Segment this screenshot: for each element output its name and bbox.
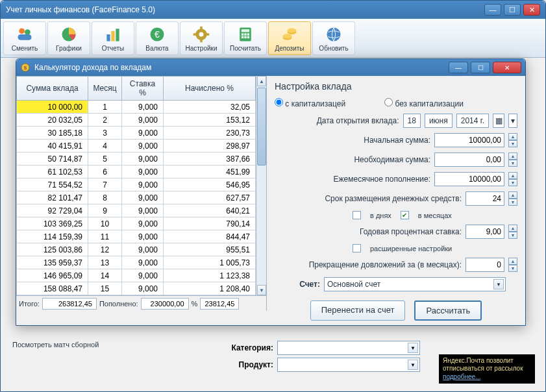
calculate-button[interactable]: Рассчитать bbox=[414, 300, 482, 321]
spin-up-icon[interactable]: ▲ bbox=[508, 225, 517, 232]
table-row[interactable]: 30 185,1839,000230,73 bbox=[17, 127, 256, 140]
stop-replenish-input[interactable] bbox=[465, 258, 504, 272]
cell-month: 5 bbox=[88, 153, 122, 165]
cell-accrued: 153,12 bbox=[164, 114, 256, 127]
col-month[interactable]: Месяц bbox=[88, 77, 122, 101]
stop-replenish-label: Прекращение довложений за (в месяцах): bbox=[275, 260, 462, 269]
schedule-table: Сумма вклада Месяц Ставка % Начислено % … bbox=[16, 76, 256, 295]
main-maximize-button[interactable]: ☐ bbox=[504, 4, 521, 16]
col-rate[interactable]: Ставка % bbox=[122, 77, 164, 101]
cell-month: 4 bbox=[88, 140, 122, 153]
svg-rect-14 bbox=[206, 33, 209, 36]
table-row[interactable]: 40 415,9149,000298,97 bbox=[17, 140, 256, 153]
radio-cap-input[interactable] bbox=[275, 98, 283, 106]
spin-up-icon[interactable]: ▲ bbox=[508, 172, 517, 179]
cell-month: 2 bbox=[88, 114, 122, 127]
bottom-hint[interactable]: Посмотреть матч сборной bbox=[12, 341, 99, 349]
main-titlebar[interactable]: Учет личных финансов (FaceFinance 5.0) —… bbox=[1, 1, 545, 19]
initial-sum-input[interactable] bbox=[434, 133, 504, 147]
spin-up-icon[interactable]: ▲ bbox=[508, 133, 517, 140]
spin-down-icon[interactable]: ▼ bbox=[508, 199, 517, 206]
dialog-maximize-button[interactable]: ☐ bbox=[471, 62, 490, 73]
toolbar-label: Депозиты bbox=[275, 45, 304, 52]
table-row[interactable]: 92 729,0499,000640,21 bbox=[17, 204, 256, 217]
term-input[interactable] bbox=[465, 191, 504, 206]
toolbar-coins-button[interactable]: Депозиты bbox=[268, 21, 311, 55]
dialog-minimize-button[interactable]: — bbox=[449, 62, 468, 73]
date-day[interactable]: 18 bbox=[403, 114, 421, 128]
cell-rate: 9,000 bbox=[122, 217, 164, 230]
toolbar-euro-button[interactable]: €Валюта bbox=[136, 21, 179, 55]
table-row[interactable]: 158 088,47159,0001 208,40 bbox=[17, 282, 256, 295]
account-select[interactable]: Основной счет ▼ bbox=[324, 277, 506, 291]
dialog-titlebar[interactable]: $ Калькулятор дохода по вкладам — ☐ ✕ bbox=[16, 59, 525, 76]
col-accrued[interactable]: Начислено % bbox=[164, 77, 256, 101]
tooltip-link[interactable]: подробнее... bbox=[443, 373, 480, 380]
svg-point-0 bbox=[19, 28, 25, 34]
spin-down-icon[interactable]: ▼ bbox=[508, 179, 517, 186]
table-row[interactable]: 61 102,5369,000451,99 bbox=[17, 165, 256, 178]
months-label: в месяцах bbox=[418, 212, 452, 219]
radio-no-capitalization[interactable]: без капитализации bbox=[384, 98, 464, 108]
table-scrollbar[interactable]: ▲ ▼ bbox=[256, 76, 266, 295]
cell-sum: 114 159,39 bbox=[17, 230, 88, 243]
cell-rate: 9,000 bbox=[122, 282, 164, 295]
table-row[interactable]: 135 959,37139,0001 005,73 bbox=[17, 256, 256, 269]
monthly-replenish-input[interactable] bbox=[434, 172, 504, 186]
date-month[interactable]: июня bbox=[425, 114, 453, 128]
table-row[interactable]: 125 003,86129,000955,51 bbox=[17, 243, 256, 256]
spin-down-icon[interactable]: ▼ bbox=[508, 140, 517, 147]
cell-rate: 9,000 bbox=[122, 191, 164, 204]
date-year[interactable]: 2014 г. bbox=[456, 114, 489, 128]
spin-up-icon[interactable]: ▲ bbox=[508, 258, 517, 265]
cell-sum: 135 959,37 bbox=[17, 256, 88, 269]
toolbar-calculator-button[interactable]: Посчитать bbox=[224, 21, 267, 55]
spin-down-icon[interactable]: ▼ bbox=[508, 265, 517, 272]
main-close-button[interactable]: ✕ bbox=[523, 4, 540, 16]
table-row[interactable]: 82 101,4789,000627,57 bbox=[17, 191, 256, 204]
required-sum-input[interactable] bbox=[434, 153, 504, 167]
toolbar-chart-bar-button[interactable]: Отчеты bbox=[92, 21, 134, 55]
table-row[interactable]: 114 159,39119,000844,47 bbox=[17, 230, 256, 243]
account-value: Основной счет bbox=[327, 280, 380, 289]
months-checkbox[interactable]: ✔ bbox=[401, 211, 409, 219]
transfer-button[interactable]: Перенести на счет bbox=[310, 300, 406, 321]
cell-rate: 9,000 bbox=[122, 127, 164, 140]
spin-down-icon[interactable]: ▼ bbox=[508, 232, 517, 239]
toolbar-globe-button[interactable]: Обновить bbox=[312, 21, 355, 55]
scroll-down-icon[interactable]: ▼ bbox=[257, 285, 266, 295]
radio-capitalization[interactable]: с капитализацей bbox=[275, 98, 345, 108]
scroll-thumb[interactable] bbox=[257, 88, 266, 165]
category-select[interactable]: ▼ bbox=[277, 341, 420, 355]
toolbar-users-button[interactable]: Сменить bbox=[3, 21, 46, 55]
toolbar-chart-pie-button[interactable]: Графики bbox=[47, 21, 90, 55]
dialog-close-button[interactable]: ✕ bbox=[493, 62, 521, 73]
table-row[interactable]: 20 032,0529,000153,12 bbox=[17, 114, 256, 127]
cell-month: 10 bbox=[88, 217, 122, 230]
scroll-up-icon[interactable]: ▲ bbox=[257, 76, 266, 86]
date-dropdown-icon[interactable]: ▾ bbox=[508, 114, 517, 128]
advanced-checkbox[interactable] bbox=[353, 244, 361, 252]
cell-month: 1 bbox=[88, 101, 122, 114]
cell-accrued: 451,99 bbox=[164, 165, 256, 178]
table-row[interactable]: 146 965,09149,0001 123,38 bbox=[17, 269, 256, 282]
cell-accrued: 844,47 bbox=[164, 230, 256, 243]
radio-nocap-input[interactable] bbox=[384, 98, 393, 106]
table-row[interactable]: 10 000,0019,00032,05 bbox=[17, 101, 256, 114]
spin-down-icon[interactable]: ▼ bbox=[508, 160, 517, 167]
days-checkbox[interactable] bbox=[353, 211, 361, 219]
notification-tooltip[interactable]: Яндекс.Почта позволит отписываться от ра… bbox=[439, 354, 535, 384]
annual-rate-input[interactable] bbox=[465, 225, 504, 239]
spin-up-icon[interactable]: ▲ bbox=[508, 153, 517, 160]
percent-label: % bbox=[192, 300, 198, 308]
table-row[interactable]: 71 554,5279,000546,95 bbox=[17, 178, 256, 191]
toolbar-gear-button[interactable]: Настройки bbox=[180, 21, 223, 55]
main-minimize-button[interactable]: — bbox=[484, 4, 501, 16]
calendar-icon[interactable]: ▦ bbox=[493, 114, 504, 128]
product-select[interactable]: ▼ bbox=[277, 358, 420, 372]
table-row[interactable]: 103 369,25109,000790,14 bbox=[17, 217, 256, 230]
cell-month: 7 bbox=[88, 178, 122, 191]
col-sum[interactable]: Сумма вклада bbox=[17, 77, 88, 101]
table-row[interactable]: 50 714,8759,000387,66 bbox=[17, 153, 256, 165]
spin-up-icon[interactable]: ▲ bbox=[508, 191, 517, 199]
